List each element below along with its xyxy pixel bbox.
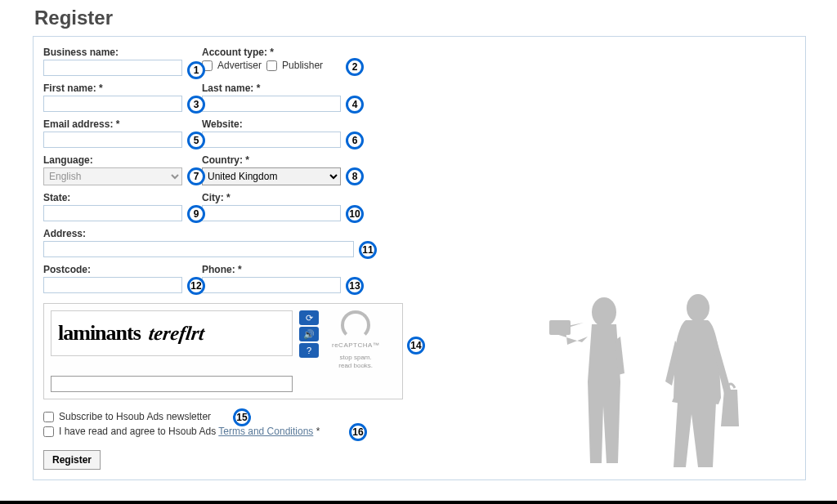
captcha-brand: reCAPTCHA™ [332, 341, 379, 349]
badge-2: 2 [346, 58, 364, 76]
label-advertiser: Advertiser [217, 60, 262, 71]
field-address: Address: 11 [43, 228, 354, 257]
badge-14: 14 [407, 337, 425, 355]
terms-pre: I have read and agree to Hsoub Ads [59, 426, 218, 437]
input-email[interactable] [43, 132, 182, 148]
field-country: Country: * United Kingdom 8 [202, 154, 341, 185]
field-phone: Phone: * 13 [202, 264, 341, 293]
captcha-logo: reCAPTCHA™ stop spam. read books. [332, 310, 379, 369]
terms-suf: * [313, 426, 320, 437]
recaptcha-icon [341, 310, 370, 340]
label-city: City: * [202, 192, 341, 203]
label-publisher: Publisher [282, 60, 323, 71]
checkbox-terms[interactable] [43, 426, 54, 437]
decorative-silhouettes [543, 283, 788, 488]
field-language: Language: English 7 [43, 154, 182, 185]
label-state: State: [43, 192, 182, 203]
label-website: Website: [202, 118, 341, 130]
select-language: English [43, 167, 182, 185]
captcha-input[interactable] [51, 376, 293, 392]
label-newsletter: Subscribe to Hsoub Ads newsletter [59, 411, 211, 422]
label-country: Country: * [202, 154, 341, 166]
input-phone[interactable] [202, 277, 341, 293]
people-icon [543, 283, 788, 488]
badge-3: 3 [187, 96, 205, 114]
page-title: Register [34, 7, 837, 29]
input-last-name[interactable] [202, 96, 341, 112]
captcha-word-1: laminants [58, 321, 141, 346]
label-email: Email address: * [43, 118, 182, 130]
input-state[interactable] [43, 205, 182, 221]
bottom-border [0, 501, 837, 504]
terms-link[interactable]: Terms and Conditions [218, 426, 313, 437]
badge-10: 10 [346, 205, 364, 223]
captcha-image: laminants tereflrt [51, 310, 293, 356]
badge-11: 11 [359, 241, 377, 259]
label-account-type: Account type: * [202, 47, 341, 58]
select-country[interactable]: United Kingdom [202, 167, 341, 185]
field-website: Website: 6 [202, 118, 341, 148]
label-business-name: Business name: [43, 47, 182, 58]
field-first-name: First name: * 3 [43, 83, 182, 112]
badge-16: 16 [349, 423, 367, 441]
badge-5: 5 [187, 132, 205, 149]
captcha-word-2: tereflrt [147, 323, 206, 345]
badge-4: 4 [346, 96, 364, 114]
captcha-audio-button[interactable]: 🔊 [299, 327, 319, 341]
input-website[interactable] [202, 132, 341, 148]
checkbox-publisher[interactable] [266, 60, 277, 71]
checkbox-newsletter[interactable] [43, 412, 54, 422]
svg-point-2 [687, 294, 709, 322]
refresh-icon: ⟳ [306, 313, 313, 323]
badge-13: 13 [346, 277, 364, 295]
help-icon: ? [307, 346, 311, 355]
badge-8: 8 [346, 167, 364, 185]
input-postcode[interactable] [43, 277, 182, 293]
badge-12: 12 [187, 277, 205, 295]
captcha-tag1: stop spam. [338, 354, 373, 362]
badge-1: 1 [187, 61, 205, 79]
register-button[interactable]: Register [43, 450, 101, 470]
field-city: City: * 10 [202, 192, 341, 221]
audio-icon: 🔊 [303, 329, 315, 340]
badge-9: 9 [187, 205, 205, 223]
field-state: State: 9 [43, 192, 182, 221]
label-address: Address: [43, 228, 354, 239]
badge-6: 6 [346, 132, 364, 149]
field-postcode: Postcode: 12 [43, 264, 182, 293]
captcha-tag2: read books. [338, 362, 373, 370]
label-terms: I have read and agree to Hsoub Ads Terms… [59, 426, 320, 437]
field-email: Email address: * 5 [43, 118, 182, 148]
input-address[interactable] [43, 241, 354, 257]
svg-point-0 [592, 297, 616, 327]
svg-rect-1 [549, 320, 571, 335]
badge-15: 15 [233, 408, 251, 426]
label-postcode: Postcode: [43, 264, 182, 275]
captcha-widget: laminants tereflrt ⟳ 🔊 ? reCAPTCHA™ stop… [43, 303, 403, 399]
label-first-name: First name: * [43, 83, 182, 94]
captcha-refresh-button[interactable]: ⟳ [299, 310, 319, 325]
badge-7: 7 [187, 167, 205, 185]
field-last-name: Last name: * 4 [202, 83, 341, 112]
input-city[interactable] [202, 205, 341, 221]
field-business-name: Business name: 1 [43, 47, 182, 76]
label-last-name: Last name: * [202, 83, 341, 94]
input-first-name[interactable] [43, 96, 182, 112]
field-account-type: Account type: * Advertiser Publisher 2 [202, 47, 341, 76]
captcha-help-button[interactable]: ? [299, 343, 319, 358]
label-phone: Phone: * [202, 264, 341, 275]
input-business-name[interactable] [43, 60, 182, 76]
label-language: Language: [43, 154, 182, 166]
